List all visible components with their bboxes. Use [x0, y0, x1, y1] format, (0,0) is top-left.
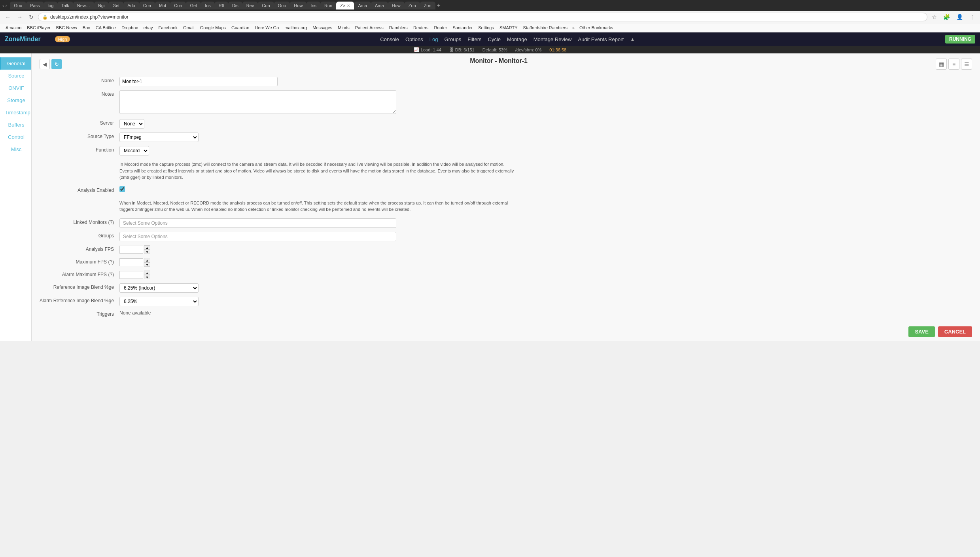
maximum-fps-input[interactable]: [119, 258, 143, 266]
bookmark-smarty[interactable]: SMARTY: [497, 25, 520, 31]
name-input[interactable]: [119, 77, 278, 86]
source-type-select[interactable]: FFmpeg Local Remote cURL: [119, 133, 199, 142]
nav-cycle[interactable]: Cycle: [488, 36, 501, 42]
new-tab-button[interactable]: +: [435, 2, 442, 9]
bookmark-router[interactable]: Router: [431, 25, 449, 31]
bookmark-messages[interactable]: Messages: [310, 25, 335, 31]
tab-con2[interactable]: Con: [170, 2, 186, 9]
bookmark-mailbox[interactable]: mailbox.org: [282, 25, 309, 31]
tab-zon1[interactable]: Zon: [405, 2, 420, 9]
bookmark-santander[interactable]: Santander: [450, 25, 475, 31]
profile-button[interactable]: 👤: [954, 13, 965, 21]
refresh-button[interactable]: ↻: [51, 59, 62, 69]
bookmark-herewego[interactable]: Here We Go: [252, 25, 281, 31]
alarm-maximum-fps-down[interactable]: ▼: [144, 275, 150, 279]
prev-button[interactable]: ◀: [40, 59, 50, 69]
notes-textarea[interactable]: [119, 90, 396, 114]
zm-logo[interactable]: ZoneMinder: [5, 36, 41, 43]
list-view-button[interactable]: ≡: [948, 59, 959, 70]
bookmark-reuters[interactable]: Reuters: [411, 25, 431, 31]
tab-get2[interactable]: Get: [186, 2, 201, 9]
tab-goo2[interactable]: Goo: [274, 2, 290, 9]
bookmark-bbcnews[interactable]: BBC News: [54, 25, 79, 31]
analysis-fps-down[interactable]: ▼: [144, 250, 150, 254]
extensions-button[interactable]: 🧩: [941, 13, 952, 21]
bookmark-amazon[interactable]: Amazon: [3, 25, 24, 31]
bookmark-googlemaps[interactable]: Google Maps: [198, 25, 228, 31]
server-select[interactable]: None: [119, 119, 144, 129]
running-badge[interactable]: RUNNING: [945, 35, 975, 44]
nav-filters[interactable]: Filters: [467, 36, 481, 42]
tab-pass[interactable]: Pass: [26, 2, 44, 9]
bookmark-ramblers[interactable]: Ramblers: [387, 25, 410, 31]
tab-mot[interactable]: Mot: [155, 2, 170, 9]
bookmark-dropbox[interactable]: Dropbox: [119, 25, 140, 31]
bookmark-bbciplayer[interactable]: BBC iPlayer: [25, 25, 53, 31]
alarm-maximum-fps-up[interactable]: ▲: [144, 271, 150, 275]
tab-how1[interactable]: How: [290, 2, 306, 9]
sidebar-item-buffers[interactable]: Buffers: [0, 119, 31, 131]
tab-con3[interactable]: Con: [258, 2, 274, 9]
tab-con1[interactable]: Con: [139, 2, 155, 9]
tab-ama2[interactable]: Ama: [371, 2, 388, 9]
tab-new[interactable]: New…: [73, 2, 94, 9]
tab-zon2[interactable]: Zon: [420, 2, 435, 9]
tab-ins2[interactable]: Ins: [306, 2, 320, 9]
analysis-fps-input[interactable]: [119, 246, 143, 254]
reload-button[interactable]: ↻: [27, 13, 36, 21]
tab-rev[interactable]: Rev: [242, 2, 258, 9]
nav-groups[interactable]: Groups: [445, 36, 462, 42]
nav-montage[interactable]: Montage: [507, 36, 527, 42]
tab-ins1[interactable]: Ins: [201, 2, 215, 9]
bookmark-box[interactable]: Box: [80, 25, 93, 31]
bookmark-ca[interactable]: CA Britline: [93, 25, 118, 31]
tab-ado[interactable]: Ado: [123, 2, 139, 9]
tab-ama1[interactable]: Ama: [354, 2, 371, 9]
alarm-ref-image-blend-select[interactable]: 6.25% 12.5% 25% 50%: [119, 297, 199, 306]
nav-audit[interactable]: Audit Events Report: [578, 36, 624, 42]
menu-button[interactable]: ⋮: [967, 13, 977, 21]
more-bookmarks[interactable]: »: [571, 25, 576, 31]
save-button[interactable]: SAVE: [908, 326, 935, 337]
sidebar-item-general[interactable]: General: [0, 57, 31, 70]
tab-dis[interactable]: Dis: [228, 2, 242, 9]
sidebar-item-onvif[interactable]: ONVIF: [0, 82, 31, 94]
bookmark-ebay[interactable]: ebay: [141, 25, 155, 31]
bookmark-other[interactable]: Other Bookmarks: [577, 25, 616, 31]
groups-select[interactable]: Select Some Options: [119, 232, 396, 241]
function-select[interactable]: Mocord None Monitor Modect Record Nodect: [119, 146, 149, 155]
analysis-fps-up[interactable]: ▲: [144, 245, 150, 250]
sidebar-item-misc[interactable]: Misc: [0, 143, 31, 155]
back-button[interactable]: ←: [3, 13, 13, 21]
bookmark-minds[interactable]: Minds: [335, 25, 352, 31]
address-bar[interactable]: 🔒 desktop:/zm/index.php?view=monitor: [38, 13, 927, 21]
tab-ngi[interactable]: Ngi: [94, 2, 109, 9]
tab-goo[interactable]: Goo: [10, 2, 26, 9]
linked-monitors-select[interactable]: Select Some Options: [119, 218, 396, 228]
tab-get1[interactable]: Get: [108, 2, 123, 9]
nav-console[interactable]: Console: [380, 36, 399, 42]
tab-run[interactable]: Run: [320, 2, 336, 9]
bookmark-patient[interactable]: Patient Access: [353, 25, 386, 31]
alarm-maximum-fps-input[interactable]: [119, 271, 143, 279]
nav-collapse[interactable]: ▲: [630, 36, 635, 42]
maximum-fps-down[interactable]: ▼: [144, 262, 150, 267]
nav-log[interactable]: Log: [429, 36, 438, 42]
sidebar-item-control[interactable]: Control: [0, 131, 31, 143]
tab-zm-active[interactable]: Z× ✕: [336, 2, 354, 9]
cancel-button[interactable]: CANCEL: [938, 326, 972, 337]
tabs-forward[interactable]: ›: [6, 3, 7, 8]
bookmark-settings[interactable]: Settings: [476, 25, 496, 31]
sidebar-item-storage[interactable]: Storage: [0, 94, 31, 106]
bookmark-staffs[interactable]: Staffordshire Ramblers: [521, 25, 570, 31]
tabs-back[interactable]: ‹: [2, 3, 4, 8]
maximum-fps-up[interactable]: ▲: [144, 258, 150, 262]
tab-log[interactable]: log: [44, 2, 58, 9]
tab-r6[interactable]: R6: [215, 2, 228, 9]
tab-talk[interactable]: Talk: [57, 2, 73, 9]
analysis-enabled-checkbox[interactable]: [119, 186, 125, 192]
sidebar-item-source[interactable]: Source: [0, 70, 31, 82]
ref-image-blend-select[interactable]: 6.25% (Indoor) 12.5% 25% 50%: [119, 283, 199, 293]
bookmark-gmail[interactable]: Gmail: [181, 25, 197, 31]
bookmark-button[interactable]: ☆: [930, 13, 939, 21]
